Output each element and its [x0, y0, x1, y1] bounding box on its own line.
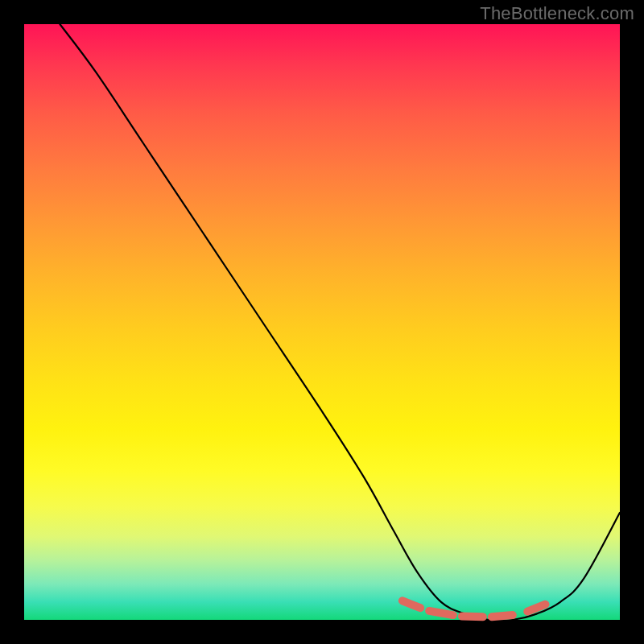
optimal-zone-segment: [492, 615, 513, 617]
optimal-zone-segment: [429, 611, 453, 615]
watermark-text: TheBottleneck.com: [480, 3, 634, 24]
optimal-zone-markers: [402, 601, 546, 617]
bottleneck-curve: [60, 24, 620, 621]
chart-svg: [24, 24, 620, 620]
optimal-zone-segment: [527, 605, 545, 612]
chart-area: [24, 24, 620, 620]
optimal-zone-segment: [462, 617, 483, 617]
optimal-zone-segment: [402, 601, 420, 608]
